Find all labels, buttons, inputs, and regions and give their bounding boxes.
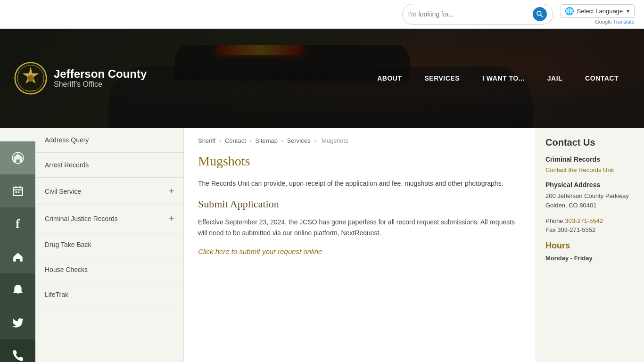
- logo-line1: Jefferson County: [54, 68, 147, 80]
- sidebar-icon-twitter[interactable]: [0, 306, 35, 339]
- breadcrumb: Sheriff › Contact › Sitemap › Services ›…: [198, 137, 521, 144]
- nav-item-services[interactable]: SERVICES: [413, 69, 471, 88]
- physical-address-block: Physical Address 200 Jefferson County Pa…: [545, 181, 635, 210]
- sidebar-icon-home[interactable]: [0, 141, 35, 174]
- nav-link-drug-take-back[interactable]: Drug Take Back: [35, 232, 183, 257]
- breadcrumb-contact[interactable]: Contact: [225, 137, 246, 144]
- expand-icon: +: [169, 186, 174, 196]
- bell-icon: [12, 284, 24, 296]
- logo-line2: Sheriff's Office: [54, 80, 147, 89]
- facebook-f-icon: f: [16, 217, 20, 231]
- breadcrumb-sitemap[interactable]: Sitemap: [255, 137, 278, 144]
- list-item[interactable]: Criminal Justice Records +: [35, 205, 183, 232]
- nav-link-i-want-to[interactable]: I WANT TO...: [471, 69, 536, 88]
- svg-rect-12: [15, 191, 17, 193]
- section-text: Effective September 23, 2024, the JCSO h…: [198, 217, 521, 238]
- main-wrapper: Address Query Arrest Records Civil Servi…: [0, 128, 644, 362]
- logo-area: EST. 1861 Jefferson County Sheriff's Off…: [14, 62, 147, 95]
- svg-point-0: [537, 11, 541, 16]
- fax-line: Fax 303-271-5552: [545, 226, 635, 233]
- intro-text: The Records Unit can provide, upon recei…: [198, 178, 521, 189]
- list-item[interactable]: LifeTrak: [35, 282, 183, 307]
- sheriff-badge-icon: EST. 1861: [14, 62, 47, 95]
- nav-link-house-checks[interactable]: House Checks: [35, 257, 183, 282]
- hours-days: Monday - Friday: [545, 255, 635, 262]
- language-label: Select Language: [577, 8, 623, 15]
- calendar-icon: [12, 185, 24, 197]
- google-label: Google: [595, 19, 611, 25]
- criminal-records-label: Criminal Records: [545, 156, 635, 163]
- criminal-records-block: Criminal Records Contact the Records Uni…: [545, 156, 635, 173]
- phone-label: Phone: [545, 217, 563, 224]
- fax-number: 303-271-5552: [557, 226, 595, 233]
- breadcrumb-sep: ›: [249, 137, 251, 144]
- physical-address-label: Physical Address: [545, 181, 635, 189]
- right-sidebar: Contact Us Criminal Records Contact the …: [536, 128, 644, 362]
- expand-icon: +: [169, 214, 174, 223]
- svg-line-1: [540, 15, 542, 17]
- page-title: Mugshots: [198, 154, 521, 169]
- nav-link-jail[interactable]: JAIL: [536, 69, 574, 88]
- top-bar: 🌐 Select Language ▼ Google Translate: [0, 0, 644, 29]
- house-icon: [12, 251, 24, 263]
- search-input[interactable]: [408, 10, 533, 18]
- cta-link[interactable]: Click here to submit your request online: [198, 247, 322, 255]
- nav-link-address-query[interactable]: Address Query: [35, 128, 183, 152]
- left-nav-list: Address Query Arrest Records Civil Servi…: [35, 128, 183, 307]
- sidebar-icon-bell[interactable]: [0, 273, 35, 306]
- phone-number-link[interactable]: 303-271-5542: [565, 217, 603, 224]
- sidebar-icon-house[interactable]: [0, 240, 35, 273]
- search-container: [402, 4, 553, 25]
- nav-link-lifetrak[interactable]: LifeTrak: [35, 282, 183, 307]
- breadcrumb-current: Mugshots: [322, 137, 348, 144]
- nav-links: ABOUT SERVICES I WANT TO... JAIL CONTACT: [366, 69, 630, 88]
- breadcrumb-sep: ›: [314, 137, 316, 144]
- nav-link-services[interactable]: SERVICES: [413, 69, 471, 88]
- nav-item-about[interactable]: ABOUT: [366, 69, 413, 88]
- list-item[interactable]: Arrest Records: [35, 153, 183, 178]
- sidebar-icons: f: [0, 141, 35, 362]
- nav-link-arrest-records[interactable]: Arrest Records: [35, 153, 183, 177]
- breadcrumb-sep: ›: [281, 137, 283, 144]
- fax-label: Fax: [545, 226, 556, 233]
- search-button[interactable]: [533, 7, 547, 21]
- breadcrumb-sheriff[interactable]: Sheriff: [198, 137, 215, 144]
- hours-title: Hours: [545, 241, 635, 251]
- hero-section: EST. 1861 Jefferson County Sheriff's Off…: [0, 29, 644, 128]
- nav-item-i-want-to[interactable]: I WANT TO...: [471, 69, 536, 88]
- home-icon: [11, 151, 25, 165]
- nav-item-jail[interactable]: JAIL: [536, 69, 574, 88]
- main-nav: ABOUT SERVICES I WANT TO... JAIL CONTACT: [366, 69, 630, 88]
- list-item[interactable]: House Checks: [35, 257, 183, 282]
- section-heading: Submit Application: [198, 198, 521, 210]
- contact-records-link[interactable]: Contact the Records Unit: [545, 166, 614, 173]
- svg-rect-8: [13, 187, 23, 195]
- nav-link-about[interactable]: ABOUT: [366, 69, 413, 88]
- phone-label-line: Phone 303-271-5542: [545, 217, 635, 224]
- language-selector: 🌐 Select Language ▼ Google Translate: [561, 4, 635, 25]
- sidebar-icon-phone[interactable]: [0, 339, 35, 362]
- list-item[interactable]: Address Query: [35, 128, 183, 153]
- svg-rect-13: [18, 191, 19, 193]
- breadcrumb-services[interactable]: Services: [287, 137, 311, 144]
- nav-link-contact[interactable]: CONTACT: [574, 69, 630, 88]
- contact-us-title: Contact Us: [545, 137, 635, 148]
- svg-point-5: [27, 75, 34, 82]
- sidebar-icon-facebook[interactable]: f: [0, 207, 35, 240]
- list-item[interactable]: Civil Service +: [35, 178, 183, 205]
- translate-link[interactable]: Translate: [613, 19, 635, 25]
- logo-text: Jefferson County Sheriff's Office: [54, 68, 147, 89]
- nav-link-criminal-justice-records[interactable]: Criminal Justice Records +: [35, 205, 183, 232]
- nav-item-contact[interactable]: CONTACT: [574, 69, 630, 88]
- phone-icon: [12, 350, 24, 362]
- language-select-wrapper[interactable]: 🌐 Select Language ▼: [561, 4, 635, 18]
- list-item[interactable]: Drug Take Back: [35, 232, 183, 257]
- google-translate-bar: Google Translate: [595, 19, 635, 25]
- address-line1: 200 Jefferson County Parkway: [545, 191, 635, 201]
- nav-link-civil-service[interactable]: Civil Service +: [35, 178, 183, 205]
- content-area: Sheriff › Contact › Sitemap › Services ›…: [184, 128, 536, 362]
- sidebar-icon-calendar[interactable]: [0, 174, 35, 207]
- twitter-icon: [12, 317, 24, 329]
- navbar-overlay: EST. 1861 Jefferson County Sheriff's Off…: [0, 29, 644, 128]
- svg-rect-14: [16, 259, 19, 261]
